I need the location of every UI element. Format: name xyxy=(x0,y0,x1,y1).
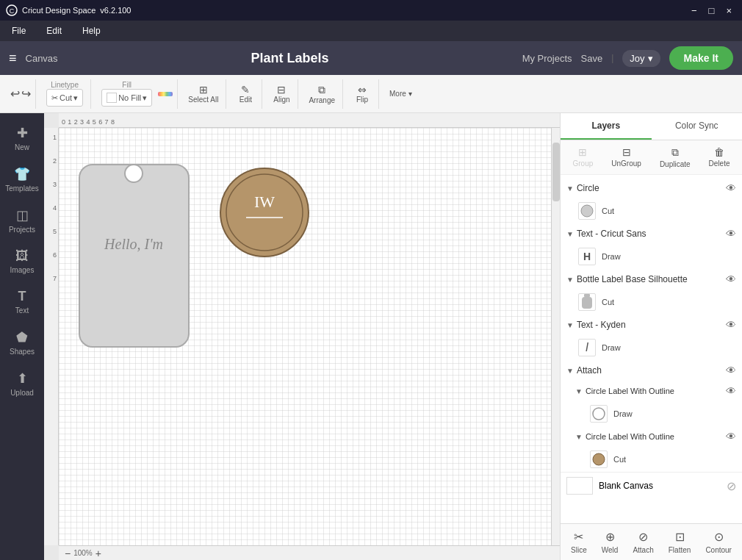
layer-group-text-cricut[interactable]: ▼ Text - Cricut Sans 👁 xyxy=(561,223,742,244)
save-button[interactable]: Save xyxy=(581,53,603,64)
edit-button[interactable]: ✎ Edit xyxy=(234,82,257,105)
sidebar-item-new[interactable]: ✚ New xyxy=(0,119,44,157)
blank-canvas-item[interactable]: Blank Canvas ⊘ xyxy=(561,472,742,499)
chevron-bottle-icon: ▼ xyxy=(566,276,574,284)
bottle-group-name: Bottle Label Base Silhouette xyxy=(577,274,723,284)
sidebar-item-text[interactable]: T Text xyxy=(0,283,44,320)
svg-point-12 xyxy=(593,408,605,420)
visibility-circle-outline-cut-icon[interactable]: 👁 xyxy=(726,431,736,442)
menu-edit[interactable]: Edit xyxy=(43,24,65,37)
layer-item-circle-cut[interactable]: Cut xyxy=(561,198,742,223)
visibility-text-kyden-icon[interactable]: 👁 xyxy=(726,319,736,331)
delete-tool[interactable]: 🗑 Delete xyxy=(705,145,735,170)
visibility-bottle-icon[interactable]: 👁 xyxy=(726,273,736,285)
circle-label-shape[interactable]: IW xyxy=(217,165,312,260)
fill-value: No Fill xyxy=(118,93,141,102)
layer-group-circle[interactable]: ▼ Circle 👁 xyxy=(561,178,742,198)
title-bar-controls[interactable]: − □ × xyxy=(687,5,736,16)
tab-layers[interactable]: Layers xyxy=(561,113,652,140)
sidebar-item-images[interactable]: 🖼 Images xyxy=(0,243,44,280)
close-button[interactable]: × xyxy=(721,5,736,16)
hamburger-button[interactable]: ≡ xyxy=(9,51,17,66)
contour-icon: ⊙ xyxy=(714,530,724,544)
ruler-top: 012345678 xyxy=(59,113,560,128)
canvas-bottom: − 100% + xyxy=(59,545,560,560)
fill-dropdown[interactable]: Fill No Fill ▾ xyxy=(98,79,155,108)
top-nav: ≡ Canvas Plant Labels My Projects Save |… xyxy=(0,41,742,75)
text-draw-thumb-icon: H xyxy=(583,251,591,262)
chevron-circle-icon: ▼ xyxy=(566,184,574,193)
group-tool[interactable]: ⊞ Group xyxy=(569,145,598,170)
group-icon: ⊞ xyxy=(578,146,587,158)
delete-icon: 🗑 xyxy=(714,146,724,158)
chevron-icon: ▾ xyxy=(73,93,78,103)
layer-group-bottle[interactable]: ▼ Bottle Label Base Silhouette 👁 xyxy=(561,269,742,290)
layer-item-text-draw[interactable]: H Draw xyxy=(561,244,742,269)
blank-canvas-hidden-icon[interactable]: ⊘ xyxy=(727,479,736,493)
fill-selector[interactable]: No Fill ▾ xyxy=(101,89,152,107)
visibility-attach-icon[interactable]: 👁 xyxy=(726,365,736,376)
circle-outline-cut-svg xyxy=(591,452,606,467)
layer-subgroup-circle-outline-draw[interactable]: ▼ Circle Label With Outline 👁 xyxy=(561,381,742,401)
linetype-value: Cut xyxy=(60,93,72,102)
align-button[interactable]: ⊟ Align xyxy=(270,82,293,105)
redo-button[interactable]: ↪ xyxy=(21,87,31,101)
duplicate-tool[interactable]: ⧉ Duplicate xyxy=(655,145,695,170)
sidebar-item-templates[interactable]: 👕 Templates xyxy=(0,160,44,198)
arrange-button[interactable]: ⧉ Arrange xyxy=(306,82,338,106)
menu-help[interactable]: Help xyxy=(79,24,104,37)
minimize-button[interactable]: − xyxy=(687,5,702,16)
select-all-button[interactable]: ⊞ Select All xyxy=(185,82,221,105)
user-menu-button[interactable]: Joy ▾ xyxy=(622,50,660,67)
flip-button[interactable]: ⇔ Flip xyxy=(350,82,374,105)
sidebar-item-projects[interactable]: ◫ Projects xyxy=(0,201,44,240)
layer-item-circle-outline-cut[interactable]: Cut xyxy=(561,447,742,472)
label-shape[interactable]: Hello, I'm xyxy=(73,143,195,356)
canvas-scrollbar[interactable] xyxy=(551,128,560,545)
ungroup-tool[interactable]: ⊟ UnGroup xyxy=(607,145,646,170)
my-projects-button[interactable]: My Projects xyxy=(522,53,572,64)
visibility-circle-icon[interactable]: 👁 xyxy=(726,182,736,194)
attach-tool[interactable]: ⊘ Attach xyxy=(633,530,653,554)
weld-tool[interactable]: ⊕ Weld xyxy=(602,530,619,554)
canvas-content[interactable]: Hello, I'm IW xyxy=(59,128,560,545)
sidebar-item-upload[interactable]: ⬆ Upload xyxy=(0,365,44,403)
svg-text:Hello, I'm: Hello, I'm xyxy=(104,236,163,252)
layer-item-kyden-draw[interactable]: I Draw xyxy=(561,335,742,360)
arrange-icon: ⧉ xyxy=(318,84,325,96)
sidebar-item-shapes[interactable]: ⬟ Shapes xyxy=(0,323,44,362)
left-sidebar: ✚ New 👕 Templates ◫ Projects 🖼 Images T … xyxy=(0,113,44,560)
contour-tool[interactable]: ⊙ Contour xyxy=(705,530,732,554)
linetype-selector[interactable]: ✂ Cut ▾ xyxy=(46,89,83,107)
duplicate-icon: ⧉ xyxy=(671,146,679,159)
menu-file[interactable]: File xyxy=(9,24,29,37)
layer-group-attach[interactable]: ▼ Attach 👁 xyxy=(561,360,742,381)
arrange-label: Arrange xyxy=(309,96,335,104)
layer-subgroup-circle-outline-cut[interactable]: ▼ Circle Label With Outline 👁 xyxy=(561,426,742,447)
circle-outline-draw-thumb xyxy=(590,405,608,423)
more-button[interactable]: More ▾ xyxy=(386,88,415,99)
undo-redo-group: ↩ ↪ xyxy=(6,79,36,109)
nav-divider: | xyxy=(611,53,613,63)
zoom-in-button[interactable]: + xyxy=(96,548,101,559)
layers-list: ▼ Circle 👁 Cut ▼ Text - Cricut Sans 👁 xyxy=(561,175,742,523)
chevron-circle-outline-cut-icon: ▼ xyxy=(575,433,583,441)
layer-item-bottle-cut[interactable]: Cut xyxy=(561,290,742,315)
fill-color-picker[interactable] xyxy=(158,92,173,96)
layer-item-circle-outline-draw[interactable]: Draw xyxy=(561,401,742,426)
tab-color-sync[interactable]: Color Sync xyxy=(652,113,743,140)
visibility-text-cricut-icon[interactable]: 👁 xyxy=(726,228,736,240)
delete-label: Delete xyxy=(709,159,730,168)
flip-group: ⇔ Flip xyxy=(346,79,379,109)
zoom-out-button[interactable]: − xyxy=(65,548,71,559)
linetype-dropdown[interactable]: Linetype ✂ Cut ▾ xyxy=(43,79,86,108)
make-it-button[interactable]: Make It xyxy=(669,46,733,70)
slice-tool[interactable]: ✂ Slice xyxy=(571,530,587,554)
layer-group-text-kyden[interactable]: ▼ Text - Kyden 👁 xyxy=(561,315,742,335)
canvas-area[interactable]: 012345678 1 2 3 4 5 6 7 xyxy=(44,113,560,560)
sidebar-item-upload-label: Upload xyxy=(10,389,34,397)
maximize-button[interactable]: □ xyxy=(705,5,719,16)
visibility-circle-outline-draw-icon[interactable]: 👁 xyxy=(726,385,736,397)
flatten-tool[interactable]: ⊡ Flatten xyxy=(669,530,691,554)
undo-button[interactable]: ↩ xyxy=(10,87,20,101)
